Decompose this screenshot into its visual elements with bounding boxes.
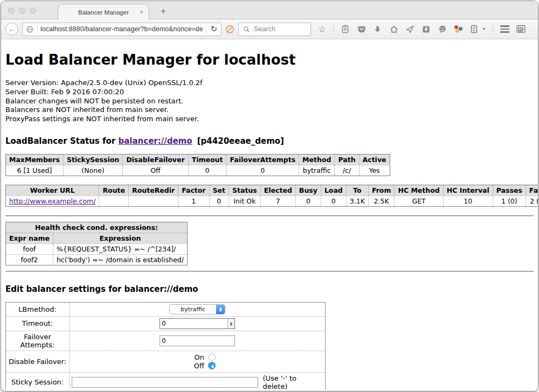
col-hc-method: HC Method: [395, 185, 443, 195]
url-bar[interactable]: localhost:8880/balancer-manager?b=demo&n…: [22, 23, 222, 36]
col-route: Route: [99, 185, 129, 195]
failover-off-radio[interactable]: [208, 362, 216, 369]
failover-attempts-input[interactable]: [160, 335, 235, 346]
extension-colors-icon[interactable]: [454, 25, 462, 33]
cell-stickysession: (None): [63, 165, 122, 176]
failover-attempts-label: Failover Attempts:: [6, 331, 70, 351]
sidebar-panel-icon[interactable]: [469, 25, 479, 34]
server-version-line: Server Version: Apache/2.5.0-dev (Unix) …: [5, 79, 534, 88]
col-active: Active: [359, 154, 390, 165]
col-method: Method: [299, 154, 335, 165]
search-icon: [242, 25, 251, 34]
balancer-demo-link[interactable]: balancer://demo: [118, 136, 192, 146]
proxypass-note-line: ProxyPass settings are NOT inherited fro…: [5, 115, 534, 124]
server-built-line: Server Built: Feb 9 2016 07:00:20: [5, 88, 534, 97]
search-input[interactable]: [254, 25, 305, 33]
col-status: Status: [229, 185, 261, 195]
share-send-icon[interactable]: [405, 25, 414, 34]
urlbar-divider: [37, 25, 38, 34]
content-blocked-icon[interactable]: [225, 25, 234, 34]
toolbar-divider: [333, 24, 334, 34]
edit-balancer-form: LBmethod: bytraffic ▲▼ Timeout: ▲▼: [5, 302, 326, 390]
col-expression: Expression: [53, 233, 187, 243]
reload-button[interactable]: ↻: [209, 24, 218, 34]
toolbar-icons: ☆: [318, 24, 526, 34]
tab-bar: Balancer Manager × +: [1, 1, 538, 19]
lbmethod-select[interactable]: bytraffic ▲▼: [169, 304, 225, 314]
table-header-row: MaxMembers StickySession DisableFailover…: [6, 154, 390, 165]
table-row: 6 [1 Used] (None) Off 0 0 bytraffic /c/ …: [6, 165, 390, 176]
cell-factor: 1: [178, 195, 209, 206]
form-row-timeout: Timeout: ▲▼: [6, 316, 326, 331]
balancer-status-table: MaxMembers StickySession DisableFailover…: [5, 154, 390, 176]
cell-path: /c/: [335, 165, 359, 176]
url-text[interactable]: localhost:8880/balancer-manager?b=demo&n…: [40, 25, 203, 33]
col-worker-url: Worker URL: [6, 185, 99, 195]
apps-grid-icon[interactable]: [516, 25, 526, 34]
cell-to: 3.1K: [346, 195, 368, 206]
tab-balancer-manager[interactable]: Balancer Manager ×: [58, 4, 149, 20]
close-window-button[interactable]: [8, 8, 15, 14]
tab-close-icon[interactable]: ×: [140, 9, 143, 16]
cell-disablefailover: Off: [123, 165, 188, 176]
col-failoverattempts: FailoverAttempts: [226, 154, 299, 165]
persist-note-line: Balancer changes will NOT be persisted o…: [5, 97, 534, 106]
page-title: Load Balancer Manager for localhost: [5, 39, 534, 68]
timeout-input[interactable]: [160, 319, 227, 328]
form-row-lbmethod: LBmethod: bytraffic ▲▼: [6, 302, 326, 316]
cell-expression: hc('body') =~ /domain is established/: [53, 254, 187, 265]
cell-hc-method: GET: [395, 195, 443, 206]
edit-balancer-heading: Edit balancer settings for balancer://de…: [5, 284, 534, 294]
form-row-failover-attempts: Failover Attempts:: [6, 331, 326, 351]
table-row: foof2 hc('body') =~ /domain is establish…: [6, 254, 188, 265]
zoom-window-button[interactable]: [30, 8, 36, 14]
install-addon-icon[interactable]: [421, 25, 431, 34]
pocket-icon[interactable]: [357, 25, 366, 34]
chevron-down-icon[interactable]: [482, 28, 486, 30]
cell-elected: 7: [260, 195, 295, 206]
col-stickysession: StickySession: [63, 154, 122, 165]
radio-off-row: Off: [72, 362, 323, 370]
worker-url-link[interactable]: http://www.example.com/: [9, 197, 95, 205]
col-from: From: [368, 185, 395, 195]
toolbar-divider: [493, 24, 493, 34]
menu-icon[interactable]: [500, 25, 509, 33]
col-fails: Fails: [526, 185, 538, 195]
navigation-toolbar: ← localhost:8880/balancer-manager?b=demo…: [1, 19, 538, 39]
home-icon[interactable]: [389, 25, 398, 34]
cell-hc-interval: 10: [443, 195, 493, 206]
cell-failoverattempts: 0: [226, 165, 299, 176]
bookmark-star-icon[interactable]: ☆: [318, 25, 326, 34]
minimize-window-button[interactable]: [19, 8, 25, 14]
loadbalancer-status-heading: LoadBalancer Status for balancer://demo …: [5, 136, 534, 146]
chat-smiley-icon[interactable]: [438, 25, 447, 34]
failover-on-radio[interactable]: [208, 353, 216, 361]
back-button[interactable]: ←: [5, 23, 18, 36]
table-header-row: Expr name Expression: [6, 233, 188, 243]
col-disablefailover: DisableFailover: [123, 154, 188, 165]
col-passes: Passes: [493, 185, 526, 195]
status-heading-prefix: LoadBalancer Status for: [5, 136, 118, 146]
lbmethod-selected-value: bytraffic: [170, 305, 216, 314]
number-spinner-icon[interactable]: ▲▼: [227, 319, 234, 328]
cell-expr-name: foof: [6, 243, 53, 254]
cell-fails: 2 (0): [526, 195, 538, 206]
divider: [5, 271, 534, 272]
new-tab-button[interactable]: +: [156, 6, 170, 17]
off-label: Off: [191, 362, 204, 370]
cell-method: bytraffic: [299, 165, 335, 176]
downloads-icon[interactable]: [373, 25, 382, 34]
window-controls[interactable]: [8, 8, 36, 14]
reading-list-icon[interactable]: [341, 25, 350, 34]
sticky-session-label: Sticky Session:: [6, 372, 70, 390]
cell-maxmembers: 6 [1 Used]: [6, 165, 64, 176]
timeout-field-wrap: ▲▼: [160, 318, 235, 329]
table-header-row: Health check cond. expressions:: [6, 222, 188, 233]
page-content: Load Balancer Manager for localhost Serv…: [1, 39, 538, 390]
divider: [5, 215, 534, 216]
col-to: To: [346, 185, 368, 195]
search-bar[interactable]: [238, 23, 311, 36]
radio-on-row: On: [72, 353, 323, 361]
sticky-session-input[interactable]: [72, 377, 258, 388]
cell-passes: 1 (0): [493, 195, 526, 206]
